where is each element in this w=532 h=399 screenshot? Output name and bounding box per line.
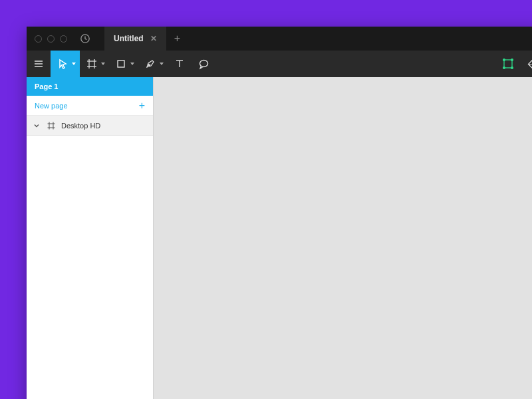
history-button[interactable] <box>78 31 92 46</box>
svg-point-14 <box>511 59 513 61</box>
share-button[interactable] <box>521 51 532 77</box>
shape-tool[interactable] <box>109 51 138 77</box>
pen-icon <box>145 59 156 69</box>
maximize-window-icon[interactable] <box>60 35 67 43</box>
new-page-button[interactable]: New page + <box>27 96 153 116</box>
diamond-icon <box>527 59 532 70</box>
svg-point-15 <box>503 67 505 69</box>
close-window-icon[interactable] <box>35 35 42 43</box>
tabbar: Untitled ✕ + <box>104 27 188 51</box>
cursor-icon <box>57 59 68 69</box>
add-tab-button[interactable]: + <box>166 27 188 51</box>
frame-icon <box>86 59 97 69</box>
clock-icon <box>80 33 90 44</box>
page-header[interactable]: Page 1 <box>27 77 153 96</box>
document-tab[interactable]: Untitled ✕ <box>104 27 166 51</box>
frame-icon <box>47 122 56 130</box>
menu-button[interactable] <box>27 51 51 77</box>
frame-tool[interactable] <box>80 51 109 77</box>
new-page-label: New page <box>35 102 68 110</box>
layer-name: Desktop HD <box>61 122 100 130</box>
components-button[interactable] <box>495 51 521 77</box>
page-label: Page 1 <box>35 82 58 90</box>
text-icon <box>174 59 185 69</box>
comment-tool[interactable] <box>192 51 216 77</box>
pen-tool[interactable] <box>138 51 168 77</box>
svg-rect-12 <box>504 60 512 68</box>
chevron-down-icon[interactable] <box>32 122 41 129</box>
comment-icon <box>198 59 209 70</box>
close-tab-icon[interactable]: ✕ <box>150 34 157 43</box>
minimize-window-icon[interactable] <box>47 35 55 43</box>
text-tool[interactable] <box>168 51 192 77</box>
canvas[interactable] <box>154 77 532 399</box>
components-icon <box>502 58 514 70</box>
move-tool[interactable] <box>51 51 80 77</box>
svg-point-13 <box>503 59 505 61</box>
toolbar <box>27 51 532 77</box>
sidebar: Page 1 New page + Desktop HD <box>27 77 154 399</box>
rectangle-icon <box>116 59 126 69</box>
layer-row[interactable]: Desktop HD <box>27 116 153 136</box>
tab-title: Untitled <box>114 34 144 43</box>
window-controls <box>35 35 67 43</box>
svg-point-9 <box>148 64 150 65</box>
svg-point-16 <box>511 67 513 69</box>
main-area: Page 1 New page + Desktop HD <box>27 77 532 399</box>
svg-rect-8 <box>118 61 124 67</box>
plus-icon: + <box>139 100 145 112</box>
titlebar: Untitled ✕ + <box>27 27 532 51</box>
hamburger-icon <box>33 59 44 69</box>
app-window: Untitled ✕ + <box>27 27 532 399</box>
